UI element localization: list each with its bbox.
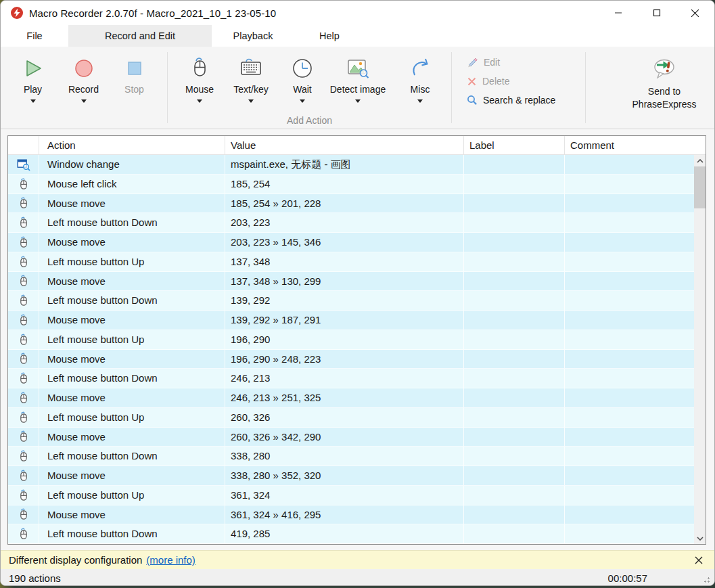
maximize-button[interactable] [637,1,676,25]
row-icon-cell [8,213,39,233]
table-row[interactable]: Left mouse button Down 203, 223 [8,213,706,233]
header-label[interactable]: Label [463,136,564,154]
header-action[interactable]: Action [39,136,225,154]
row-action: Left mouse button Down [39,369,225,388]
recording-timer: 00:00:57 [608,572,647,584]
actions-count: 190 actions [1,572,61,584]
row-value: 139, 292 [225,291,463,311]
scrollbar-track[interactable] [694,166,706,533]
more-info-link[interactable]: (more info) [146,554,195,566]
wait-dropdown-arrow-icon[interactable] [300,99,305,103]
table-row[interactable]: Left mouse button Down 338, 280 [8,447,706,466]
scroll-down-button[interactable] [694,533,706,544]
close-button[interactable] [676,1,714,25]
misc-dropdown-arrow-icon[interactable] [417,99,423,103]
row-action: Left mouse button Down [39,213,225,233]
row-icon-cell [8,350,39,369]
mouse-icon [188,56,211,81]
row-icon-cell [8,505,39,525]
table-row[interactable]: Left mouse button Up 361, 324 [8,486,706,505]
record-dropdown-arrow-icon[interactable] [81,99,87,103]
row-label [463,272,564,292]
table-row[interactable]: Mouse move 338, 280 » 352, 320 [8,466,706,486]
header-icon-column[interactable] [8,136,39,154]
vertical-scrollbar[interactable] [694,155,706,544]
detect-image-dropdown-arrow-icon[interactable] [355,99,361,103]
table-row[interactable]: Mouse move 203, 223 » 145, 346 [8,233,706,252]
table-row[interactable]: Mouse move 196, 290 » 248, 223 [8,350,706,369]
table-row[interactable]: Left mouse button Up 196, 290 [8,330,706,350]
stop-label: Stop [124,84,144,95]
row-comment [564,330,706,350]
table-row[interactable]: Mouse move 137, 348 » 130, 299 [8,272,706,292]
mouse-dropdown-arrow-icon[interactable] [197,99,202,103]
row-comment [564,388,706,408]
row-value: 338, 280 [225,447,463,466]
mouse-icon [17,449,30,463]
row-label [463,291,564,311]
row-value: 185, 254 [225,175,463,194]
table-row[interactable]: Left mouse button Down 419, 285 [8,524,706,544]
mouse-icon [17,235,30,249]
row-action: Mouse move [39,428,225,447]
textkey-dropdown-arrow-icon[interactable] [248,99,254,103]
send-to-phraseexpress-button[interactable]: Send to PhraseExpress [632,47,697,111]
stop-button[interactable]: Stop [110,47,159,129]
row-value: 196, 290 » 248, 223 [225,350,463,369]
search-replace-button[interactable]: Search & replace [467,95,585,106]
table-row[interactable]: Left mouse button Down 246, 213 [8,369,706,388]
header-comment[interactable]: Comment [564,136,706,154]
row-value: 260, 326 » 342, 290 [225,428,463,447]
phraseexpress-group: Send to PhraseExpress [586,47,714,129]
table-row[interactable]: Mouse move 260, 326 » 342, 290 [8,428,706,447]
edit-pencil-icon [467,56,478,68]
mouse-icon [17,371,30,385]
table-row[interactable]: Window change mspaint.exe, 无标题 - 画图 [8,155,706,175]
notification-bar: Different display configuration (more in… [1,550,714,569]
play-button[interactable]: Play [8,47,57,129]
table-row[interactable]: Mouse move 185, 254 » 201, 228 [8,194,706,214]
table-row[interactable]: Left mouse button Down 139, 292 [8,291,706,311]
table-row[interactable]: Mouse left click 185, 254 [8,175,706,194]
window-title: Macro Recorder 2.0.70f - Macro_2021_10_1… [29,7,276,19]
mouse-icon [17,507,30,521]
table-row[interactable]: Mouse move 361, 324 » 416, 295 [8,505,706,525]
app-logo-icon [10,6,24,20]
mouse-icon [17,196,30,210]
notification-close-button[interactable] [691,553,706,568]
play-dropdown-arrow-icon[interactable] [30,99,36,103]
row-label [463,330,564,350]
misc-arrow-icon [408,56,432,81]
play-label: Play [24,84,42,95]
edit-button[interactable]: Edit [467,56,585,68]
table-body: Window change mspaint.exe, 无标题 - 画图 Mous… [8,155,706,544]
row-action: Mouse move [39,272,225,292]
scrollbar-thumb[interactable] [694,166,706,208]
edit-label: Edit [484,57,500,68]
scroll-up-button[interactable] [694,155,706,166]
record-button[interactable]: Record [59,47,108,129]
send-to-line1: Send to [632,85,697,98]
row-label [463,505,564,525]
tab-help[interactable]: Help [294,25,365,47]
row-label [463,388,564,408]
detect-image-label: Detect image [330,84,386,95]
row-icon-cell [8,272,39,292]
table-row[interactable]: Left mouse button Up 260, 326 [8,408,706,428]
delete-button[interactable]: Delete [467,76,585,87]
status-bar: 190 actions 00:00:57 [1,569,714,586]
tab-playback[interactable]: Playback [212,25,294,47]
table-row[interactable]: Left mouse button Up 137, 348 [8,252,706,272]
tab-file[interactable]: File [1,25,68,47]
tab-record-and-edit[interactable]: Record and Edit [68,25,212,47]
header-value[interactable]: Value [225,136,463,154]
detect-image-icon [345,56,371,81]
row-label [463,350,564,369]
table-row[interactable]: Mouse move 246, 213 » 251, 325 [8,388,706,408]
mouse-label: Mouse [185,84,214,95]
table-row[interactable]: Mouse move 139, 292 » 187, 291 [8,311,706,330]
macro-table: Action Value Label Comment Window change… [7,135,706,545]
resize-grip[interactable] [702,575,710,583]
minimize-button[interactable] [599,1,637,25]
row-comment [564,194,706,214]
